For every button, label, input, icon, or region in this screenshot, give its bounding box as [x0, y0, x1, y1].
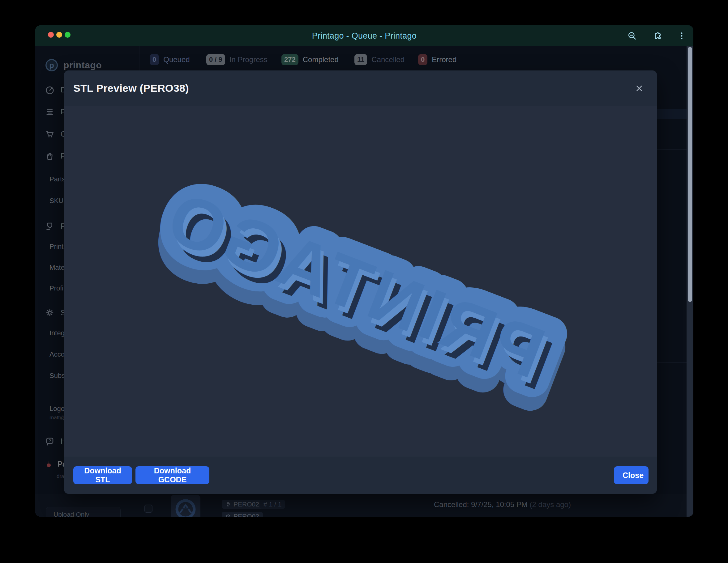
scrollbar-thumb[interactable]	[688, 47, 692, 302]
close-button[interactable]: Close	[614, 466, 649, 484]
window-title: Printago - Queue - Printago	[35, 25, 693, 46]
modal-footer: Download STL Download GCODE Close	[64, 456, 657, 494]
scrollbar-track[interactable]	[687, 46, 693, 517]
kebab-menu-icon[interactable]	[675, 29, 688, 42]
titlebar: Printago - Queue - Printago	[35, 25, 693, 46]
stl-model-render: PRINTAGO PRINTAGO PRINTAGO PRINTAGO	[64, 106, 657, 456]
stl-viewer[interactable]: PRINTAGO PRINTAGO PRINTAGO PRINTAGO	[64, 106, 657, 456]
stl-preview-modal: STL Preview (PERO38) PRINTAGO PRINTAGO	[64, 70, 657, 494]
download-gcode-button[interactable]: Download GCODE	[135, 466, 209, 484]
extensions-puzzle-icon[interactable]	[651, 29, 664, 42]
app-window: 0 Queued 0 / 9 In Progress 272 Completed…	[35, 25, 693, 517]
download-stl-button[interactable]: Download STL	[73, 466, 132, 484]
search-minus-icon[interactable]	[626, 29, 639, 42]
modal-header: STL Preview (PERO38)	[64, 70, 657, 106]
close-icon[interactable]	[633, 83, 645, 94]
modal-title: STL Preview (PERO38)	[73, 82, 189, 94]
